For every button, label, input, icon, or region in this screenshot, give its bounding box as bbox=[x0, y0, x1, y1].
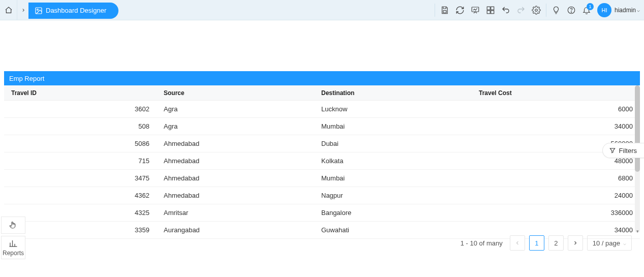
page-size-label: 10 / page bbox=[593, 239, 620, 247]
home-icon bbox=[5, 6, 13, 14]
reports-panel-button[interactable]: Reports bbox=[1, 236, 25, 259]
user-name: hiadmin bbox=[615, 7, 636, 14]
filters-label: Filters bbox=[619, 147, 637, 155]
toolbar-divider bbox=[546, 4, 546, 17]
report-card: Emp Report Travel ID Source Destination … bbox=[4, 71, 640, 239]
help-icon bbox=[567, 6, 576, 15]
hint-button[interactable] bbox=[548, 3, 564, 18]
present-button[interactable] bbox=[468, 3, 483, 18]
report-table: Travel ID Source Destination Travel Cost… bbox=[4, 85, 640, 239]
cell-source: Ahmedabad bbox=[157, 157, 314, 165]
reports-panel-label: Reports bbox=[3, 250, 24, 257]
table-header: Travel ID Source Destination Travel Cost bbox=[4, 85, 640, 101]
cell-travel-cost: 24000 bbox=[472, 192, 640, 199]
user-menu[interactable]: HI hiadmin ⌵ bbox=[597, 3, 640, 17]
scrollbar-thumb[interactable] bbox=[635, 85, 640, 172]
table-row[interactable]: 715AhmedabadKolkata48000 bbox=[4, 152, 640, 170]
cell-travel-id: 3359 bbox=[4, 226, 157, 234]
page-prev-button[interactable] bbox=[510, 235, 525, 251]
pagination-info: 1 - 10 of many bbox=[461, 239, 503, 247]
notifications-button[interactable]: 1 bbox=[579, 3, 594, 18]
grid-icon bbox=[486, 6, 495, 15]
col-header-travel-id[interactable]: Travel ID bbox=[4, 85, 157, 100]
cell-travel-cost: 48000 bbox=[472, 157, 640, 165]
svg-rect-4 bbox=[487, 7, 490, 10]
dashboard-designer-icon bbox=[35, 7, 43, 15]
undo-button[interactable] bbox=[498, 3, 513, 18]
chevron-left-icon bbox=[514, 240, 520, 246]
report-title-bar: Emp Report bbox=[4, 71, 640, 85]
table-row[interactable]: 3475AhmedabadMumbai6800 bbox=[4, 170, 640, 187]
table-row[interactable]: 5086AhmedabadDubai560000 bbox=[4, 135, 640, 152]
pointer-icon bbox=[9, 221, 18, 230]
interaction-mode-button[interactable] bbox=[1, 217, 25, 234]
save-button[interactable] bbox=[437, 3, 452, 18]
chevron-right-icon bbox=[21, 8, 26, 13]
report-title: Emp Report bbox=[9, 75, 44, 82]
scroll-down-arrow[interactable]: ▾ bbox=[635, 229, 640, 234]
notifications-badge: 1 bbox=[587, 3, 594, 10]
cell-destination: Lucknow bbox=[314, 105, 472, 113]
cell-travel-cost: 6000 bbox=[472, 105, 640, 113]
col-header-travel-cost[interactable]: Travel Cost bbox=[472, 85, 640, 100]
cell-source: Amritsar bbox=[157, 209, 314, 217]
help-button[interactable] bbox=[564, 3, 579, 18]
cell-travel-cost: 336000 bbox=[472, 209, 640, 217]
bar-chart-icon bbox=[9, 239, 18, 248]
table-row[interactable]: 508AgraMumbai34000 bbox=[4, 118, 640, 135]
cell-source: Aurangabad bbox=[157, 226, 314, 234]
widgets-button[interactable] bbox=[483, 3, 498, 18]
filter-icon bbox=[609, 147, 616, 154]
cell-destination: Mumbai bbox=[314, 122, 472, 130]
table-body: 3602AgraLucknow6000508AgraMumbai34000508… bbox=[4, 101, 640, 239]
toolbar-group-actions: 1 HI hiadmin ⌵ bbox=[433, 0, 640, 20]
cell-travel-id: 4362 bbox=[4, 192, 157, 199]
chevron-down-icon: ⌵ bbox=[623, 240, 626, 246]
breadcrumb-current-chip[interactable]: Dashboard Designer bbox=[28, 3, 118, 19]
table-row[interactable]: 4362AhmedabadNagpur24000 bbox=[4, 187, 640, 204]
cell-travel-id: 715 bbox=[4, 157, 157, 165]
cell-source: Ahmedabad bbox=[157, 174, 314, 182]
chevron-right-icon bbox=[572, 240, 578, 246]
settings-button[interactable] bbox=[529, 3, 544, 18]
cell-source: Agra bbox=[157, 105, 314, 113]
cell-destination: Mumbai bbox=[314, 174, 472, 182]
refresh-icon bbox=[455, 6, 465, 15]
refresh-button[interactable] bbox=[452, 3, 468, 18]
undo-icon bbox=[501, 6, 510, 15]
col-header-source[interactable]: Source bbox=[157, 85, 314, 100]
chevron-down-icon: ⌵ bbox=[637, 7, 640, 13]
cell-travel-id: 508 bbox=[4, 122, 157, 130]
breadcrumb-current-label: Dashboard Designer bbox=[46, 7, 106, 14]
cell-travel-cost: 34000 bbox=[472, 122, 640, 130]
filters-toggle[interactable]: Filters bbox=[602, 143, 644, 158]
cell-destination: Nagpur bbox=[314, 192, 472, 199]
avatar: HI bbox=[597, 3, 611, 17]
cell-source: Agra bbox=[157, 122, 314, 130]
page-next-button[interactable] bbox=[568, 235, 583, 251]
cell-source: Ahmedabad bbox=[157, 192, 314, 199]
cell-destination: Bangalore bbox=[314, 209, 472, 217]
cell-travel-id: 3475 bbox=[4, 174, 157, 182]
lightbulb-icon bbox=[551, 6, 561, 15]
presentation-icon bbox=[471, 6, 480, 15]
vertical-scrollbar[interactable]: ▾ bbox=[634, 85, 640, 233]
table-row[interactable]: 4325AmritsarBangalore336000 bbox=[4, 204, 640, 222]
col-header-destination[interactable]: Destination bbox=[314, 85, 472, 100]
redo-button[interactable] bbox=[513, 3, 529, 18]
cell-travel-id: 3602 bbox=[4, 105, 157, 113]
page-2-button[interactable]: 2 bbox=[548, 235, 564, 251]
breadcrumb-home[interactable] bbox=[0, 0, 17, 20]
cell-source: Ahmedabad bbox=[157, 140, 314, 147]
svg-point-8 bbox=[535, 9, 538, 11]
cell-destination: Dubai bbox=[314, 140, 472, 147]
redo-icon bbox=[516, 6, 526, 15]
page-size-select[interactable]: 10 / page ⌵ bbox=[587, 235, 632, 251]
svg-rect-2 bbox=[443, 10, 446, 13]
svg-rect-7 bbox=[491, 10, 494, 13]
save-dropdown-icon bbox=[440, 6, 449, 15]
page-1-button[interactable]: 1 bbox=[529, 235, 544, 251]
gear-icon bbox=[532, 6, 541, 15]
cell-travel-cost: 34000 bbox=[472, 226, 640, 234]
table-row[interactable]: 3602AgraLucknow6000 bbox=[4, 101, 640, 118]
